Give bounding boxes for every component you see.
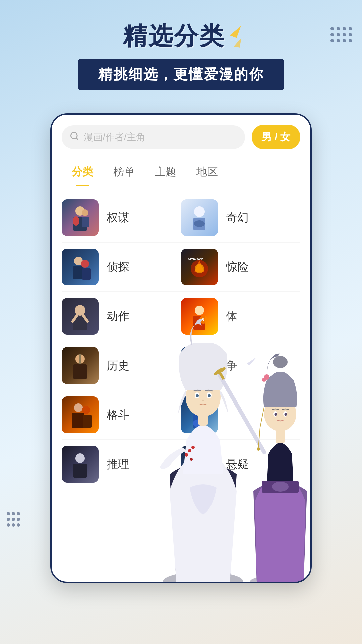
cat-thumb-qihuan: [181, 199, 218, 236]
tab-category[interactable]: 分类: [62, 159, 103, 186]
category-row-5: 格斗: [62, 390, 300, 440]
cat-label-qihuan: 奇幻: [226, 210, 249, 225]
cat-thumb-jingxian: CIVIL WAR: [181, 249, 218, 285]
arrow-decoration-icon: [232, 24, 239, 48]
cat-item-jingxian[interactable]: CIVIL WAR 惊险: [181, 249, 300, 285]
cat-thumb-zhentan: [62, 249, 99, 285]
cat-item-zhan[interactable]: 争: [181, 347, 300, 384]
svg-point-0: [71, 132, 77, 139]
cat-thumb-yiyi: [181, 446, 218, 483]
svg-rect-27: [73, 364, 87, 379]
category-row-6: 推理 悬疑: [62, 440, 300, 489]
subtitle-text: 精挑细选，更懂爱漫的你: [98, 66, 264, 82]
phone-frame: 漫画/作者/主角 男 / 女 分类 榜单 主题 地区: [50, 113, 312, 583]
svg-point-56: [250, 575, 310, 582]
svg-point-17: [195, 264, 204, 273]
cat-label-jingxian: 惊险: [226, 259, 249, 275]
svg-point-7: [194, 206, 205, 217]
svg-rect-41: [193, 464, 206, 478]
cat-item-quanmou[interactable]: 权谋: [62, 199, 181, 236]
svg-rect-34: [83, 415, 92, 428]
category-list: 权谋 奇幻: [52, 186, 310, 495]
svg-rect-6: [82, 217, 89, 227]
cat-label-zhan: 争: [226, 358, 237, 373]
cat-label-yiyi: 悬疑: [226, 457, 249, 472]
cat-item-gedou[interactable]: 格斗: [62, 396, 181, 433]
header-area: 精选分类 精挑细选，更懂爱漫的你: [0, 0, 362, 100]
cat-label-gedou: 格斗: [107, 407, 129, 423]
svg-rect-30: [193, 365, 206, 379]
search-placeholder-text: 漫画/作者/主角: [84, 131, 145, 144]
cat-item-lishi[interactable]: 历史: [62, 347, 181, 384]
cat-label-tiyu: 体: [226, 309, 237, 324]
tab-region[interactable]: 地区: [186, 159, 228, 186]
cat-item-zhentan[interactable]: 侦探: [62, 249, 181, 285]
category-row-2: 侦探 CIVIL WAR 惊险: [62, 243, 300, 292]
category-row-1: 权谋 奇幻: [62, 193, 300, 243]
decorative-dots-bottom-left: [7, 512, 19, 527]
svg-point-5: [82, 209, 88, 216]
cat-thumb-gedou2: [181, 396, 218, 433]
cat-thumb-quanmou: [62, 199, 99, 236]
svg-point-18: [75, 305, 85, 316]
svg-point-29: [195, 355, 204, 364]
svg-point-33: [82, 406, 90, 414]
cat-thumb-tuili: [62, 446, 99, 483]
tab-theme[interactable]: 主题: [145, 159, 186, 186]
search-area: 漫画/作者/主角 男 / 女: [52, 115, 310, 156]
cat-thumb-tiyu: 6: [181, 298, 218, 335]
svg-point-4: [73, 216, 79, 226]
svg-point-42: [163, 572, 243, 582]
cat-item-gedou2[interactable]: [181, 396, 300, 433]
cat-item-tiyu[interactable]: 6 体: [181, 298, 300, 335]
svg-point-37: [193, 419, 206, 427]
svg-point-9: [194, 220, 205, 227]
svg-point-40: [195, 453, 204, 463]
title-row: 精选分类: [27, 20, 335, 52]
cat-thumb-gedou: [62, 396, 99, 433]
cat-label-zhentan: 侦探: [107, 259, 129, 275]
svg-point-12: [81, 260, 89, 268]
svg-line-1: [76, 138, 78, 139]
cat-item-dongzuo[interactable]: 动作: [62, 298, 181, 335]
svg-rect-13: [82, 268, 91, 280]
cat-label-lishi: 历史: [107, 358, 129, 373]
main-title: 精选分类: [123, 20, 225, 52]
tab-ranking[interactable]: 榜单: [103, 159, 145, 186]
category-row-3: 动作 6 体: [62, 292, 300, 341]
cat-item-qihuan[interactable]: 奇幻: [181, 199, 300, 236]
cat-thumb-lishi: [62, 347, 99, 384]
svg-text:CIVIL WAR: CIVIL WAR: [188, 257, 204, 260]
tab-bar: 分类 榜单 主题 地区: [52, 156, 310, 186]
subtitle-banner: 精挑细选，更懂爱漫的你: [78, 59, 284, 90]
cat-item-yiyi[interactable]: 悬疑: [181, 446, 300, 483]
cat-label-dongzuo: 动作: [107, 309, 129, 324]
search-box[interactable]: 漫画/作者/主角: [62, 125, 245, 149]
cat-thumb-zhan: [181, 347, 218, 384]
svg-text:6: 6: [201, 317, 204, 322]
svg-point-35: [195, 404, 204, 414]
search-icon: [70, 131, 79, 143]
svg-rect-39: [73, 464, 87, 478]
cat-thumb-dongzuo: [62, 298, 99, 335]
svg-point-22: [195, 306, 204, 315]
cat-item-tuili[interactable]: 推理: [62, 446, 181, 483]
gender-toggle-button[interactable]: 男 / 女: [252, 125, 300, 149]
svg-point-38: [75, 453, 85, 463]
svg-point-31: [74, 403, 83, 412]
cat-label-quanmou: 权谋: [107, 210, 129, 225]
svg-rect-32: [72, 413, 84, 428]
svg-rect-11: [73, 266, 83, 279]
cat-label-tuili: 推理: [107, 457, 129, 472]
category-row-4: 历史 争: [62, 341, 300, 390]
